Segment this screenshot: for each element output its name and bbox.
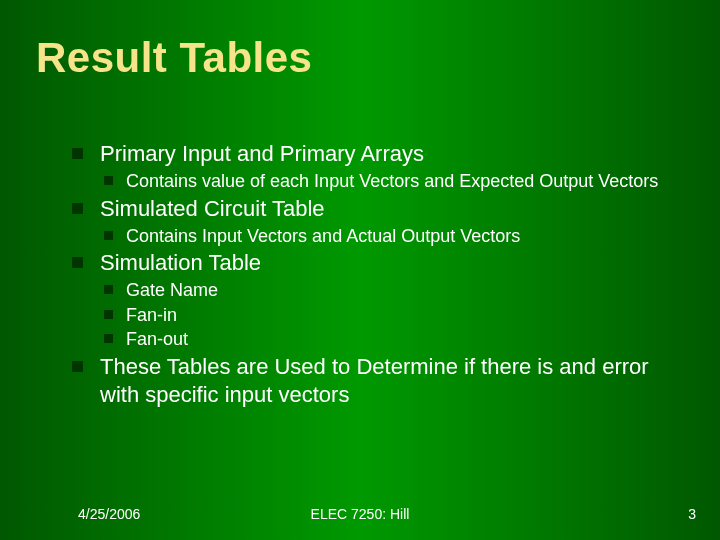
footer-page-number: 3 xyxy=(688,506,696,522)
bullet-item: Primary Input and Primary Arrays Contain… xyxy=(70,140,686,193)
sub-bullet-item: Gate Name xyxy=(100,279,686,302)
bullet-text: Simulation Table xyxy=(100,250,261,275)
sub-bullet-item: Contains Input Vectors and Actual Output… xyxy=(100,225,686,248)
sub-bullet-text: Contains Input Vectors and Actual Output… xyxy=(126,226,520,246)
slide-body: Primary Input and Primary Arrays Contain… xyxy=(70,140,686,411)
bullet-item: Simulation Table Gate Name Fan-in Fan-ou… xyxy=(70,249,686,351)
sub-bullet-text: Fan-out xyxy=(126,329,188,349)
sub-bullet-text: Contains value of each Input Vectors and… xyxy=(126,171,658,191)
bullet-text: Primary Input and Primary Arrays xyxy=(100,141,424,166)
sub-bullet-item: Fan-in xyxy=(100,304,686,327)
slide: Result Tables Primary Input and Primary … xyxy=(0,0,720,540)
sub-bullet-text: Fan-in xyxy=(126,305,177,325)
bullet-item: These Tables are Used to Determine if th… xyxy=(70,353,686,409)
footer-center: ELEC 7250: Hill xyxy=(0,506,720,522)
slide-title: Result Tables xyxy=(36,34,312,82)
bullet-text: These Tables are Used to Determine if th… xyxy=(100,354,649,407)
sub-bullet-text: Gate Name xyxy=(126,280,218,300)
bullet-item: Simulated Circuit Table Contains Input V… xyxy=(70,195,686,248)
bullet-text: Simulated Circuit Table xyxy=(100,196,325,221)
sub-bullet-item: Fan-out xyxy=(100,328,686,351)
sub-bullet-item: Contains value of each Input Vectors and… xyxy=(100,170,686,193)
sub-bullet-list: Contains Input Vectors and Actual Output… xyxy=(100,225,686,248)
sub-bullet-list: Contains value of each Input Vectors and… xyxy=(100,170,686,193)
sub-bullet-list: Gate Name Fan-in Fan-out xyxy=(100,279,686,351)
bullet-list: Primary Input and Primary Arrays Contain… xyxy=(70,140,686,409)
